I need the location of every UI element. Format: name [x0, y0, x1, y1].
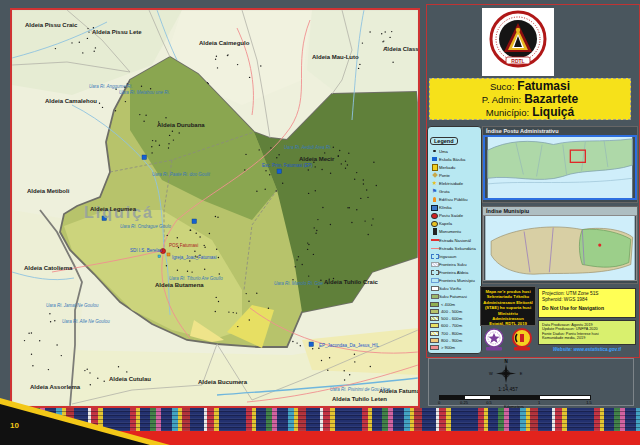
inset-municipality-map[interactable]: [483, 215, 637, 281]
house-dot: [300, 345, 301, 346]
house-dot: [204, 269, 205, 270]
house-dot: [292, 341, 293, 342]
house-dot: [354, 179, 355, 180]
house-dot: [169, 135, 170, 136]
website-link[interactable]: Website: www.estatistica.gov.tl: [538, 347, 636, 355]
house-dot: [376, 185, 377, 186]
house-dot: [49, 313, 50, 314]
house-dot: [89, 372, 90, 373]
stream-label: Uara Ri. Tiburlo Are Goullo: [169, 276, 223, 281]
legend-item-label: Irigasaun: [439, 254, 456, 259]
house-dot: [217, 67, 218, 68]
school-icon[interactable]: [277, 169, 282, 174]
school-icon[interactable]: [192, 219, 197, 224]
legend-panel: Legend UmaEskola BásikaMerkaduPonte★Elek…: [427, 126, 482, 354]
inset-admin-post-map[interactable]: [483, 135, 637, 200]
house-dot: [82, 52, 83, 53]
suco-label: Suco:: [490, 80, 514, 93]
house-dot: [315, 166, 316, 167]
legend-item-label: Elektrisidade: [439, 181, 463, 186]
house-dot: [87, 369, 88, 370]
stream-label: Uara Ri. Aedidi Area Ri.: [284, 145, 331, 150]
house-dot: [356, 209, 357, 210]
house-dot: [268, 308, 269, 309]
production-line: Komunidade media, 2019: [542, 336, 632, 341]
aldeia-label: Aldeia Tuhilo Craic: [324, 279, 379, 285]
house-dot: [237, 64, 238, 65]
padmin-value: Bazartete: [524, 93, 578, 106]
legend-item-label: Ponte: [439, 173, 450, 178]
house-dot: [308, 244, 309, 245]
house-dot: [327, 370, 328, 371]
legend-item-label: Merkadu: [439, 165, 455, 170]
aldeia-label: Aldeia Pissu Lete: [92, 29, 142, 35]
main-map-panel[interactable]: LiquiçáAldeia Pissu CraicAldeia Pissu Le…: [10, 8, 420, 408]
house-dot: [177, 237, 178, 238]
house-dot: [308, 169, 309, 170]
legend-item: Uma: [430, 147, 479, 155]
stream-label: Uara Ri. Manolo Ri. Goe: [274, 281, 324, 286]
star-legend-icon: ★: [430, 181, 439, 186]
credits-box: Mapa ne'e produs husiSekretariadu Téknik…: [480, 286, 536, 326]
house-dot: [391, 31, 392, 32]
house-dot: [278, 154, 279, 155]
house-dot: [104, 381, 105, 382]
title-row-padmin: P. Admin: Bazartete: [434, 93, 626, 106]
house-dot: [296, 259, 297, 260]
school-icon[interactable]: [142, 155, 147, 160]
house-dot: [302, 264, 303, 265]
monument-legend-icon: [430, 228, 439, 235]
legend-item-label: Kapela: [439, 221, 452, 226]
house-dot: [115, 110, 116, 111]
spheroid-line: Spheroid: WGS 1984: [542, 297, 632, 303]
house-dot: [321, 169, 322, 170]
legend-item: ★Elektrisidade: [430, 179, 479, 187]
house-dot: [167, 235, 168, 236]
circle-legend-icon: [430, 221, 439, 228]
house-dot: [367, 197, 368, 198]
stream-label: Uara Ri. Anggume Ri.: [89, 84, 133, 89]
chapel-icon[interactable]: [158, 255, 161, 258]
legend-item-label: Edifísiu Públiku: [439, 197, 468, 202]
line-thick-legend-icon: [430, 239, 439, 241]
inset-admin-post-title: Índise Postu Administrativu: [483, 127, 637, 135]
public-building-icon[interactable]: [167, 253, 170, 256]
house-dot: [39, 340, 40, 341]
facility-label: POS Fatumasi: [169, 243, 198, 248]
dot-legend-icon: [430, 150, 439, 153]
house-dot: [256, 191, 257, 192]
elevation-class: 800 - 900m: [430, 337, 479, 344]
house-dot: [385, 31, 386, 32]
title-block: Suco: Fatumasi P. Admin: Bazartete Munic…: [429, 78, 631, 120]
house-dot: [168, 143, 169, 144]
inset-admin-post: Índise Postu Administrativu: [482, 126, 638, 203]
house-dot: [28, 333, 29, 334]
house-dot: [166, 265, 167, 266]
house-dot: [312, 348, 313, 349]
suco-value: Fatumasi: [517, 80, 570, 93]
house-dot: [54, 320, 55, 321]
title-row-suco: Suco: Fatumasi: [434, 80, 626, 93]
house-dot: [84, 370, 85, 371]
padmin-label: P. Admin:: [482, 93, 521, 106]
ministry-seal-icon: [483, 328, 505, 352]
suco-map: LiquiçáAldeia Pissu CraicAldeia Pissu Le…: [12, 10, 418, 406]
legend-item-label: Estrada Nasionál: [439, 238, 471, 243]
house-dot: [256, 293, 257, 294]
legend-item-label: Suku Viziñu: [439, 286, 461, 291]
house-dot: [347, 164, 348, 165]
compass-icon: N E S W: [488, 358, 524, 388]
elevation-swatch: [430, 323, 439, 328]
house-dot: [338, 156, 339, 157]
school-icon[interactable]: [309, 342, 314, 347]
legend-item: Postu Saúde: [430, 212, 479, 220]
house-dot: [354, 361, 355, 362]
legend-elevation: < 400m400 - 500m500 - 600m600 - 700m700 …: [430, 301, 479, 351]
aldeia-label: Aldeia Tuhilo Leten: [332, 396, 387, 402]
legend-item: Estrada Sekundária: [430, 244, 479, 252]
house-dot: [362, 42, 363, 43]
house-dot: [307, 249, 308, 250]
elevation-class: 700 - 800m: [430, 330, 479, 337]
legend-item: Fronteira Aldeia: [430, 268, 479, 276]
house-dot: [219, 273, 220, 274]
